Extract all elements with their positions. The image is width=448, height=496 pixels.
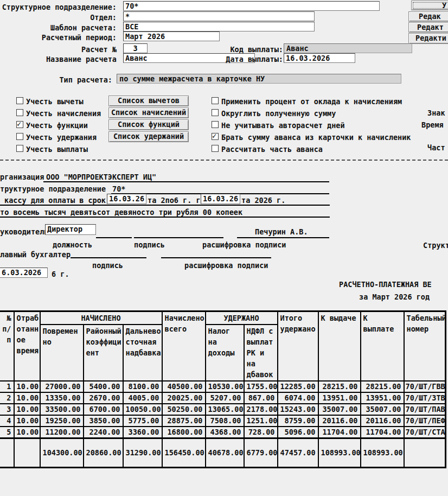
- doc-date-input[interactable]: 6.03.2026: [0, 268, 48, 278]
- table-cell: 108993.00: [361, 438, 404, 468]
- table-cell: 156450.00: [162, 438, 206, 468]
- table-body: 110.0027000.005400.008100.0040500.001053…: [0, 381, 446, 468]
- pay-code-field: Аванс: [284, 43, 412, 53]
- option-label: Учесть вычеты: [26, 97, 84, 106]
- caption-sign-decode: расшифровка подписи: [202, 240, 286, 249]
- table-cell: 50250.00: [162, 404, 206, 415]
- date-from-input[interactable]: 16.03.26: [107, 194, 146, 204]
- template-label: Шаблон расчета:: [0, 23, 117, 32]
- checkbox-chast-avansa[interactable]: [212, 145, 219, 152]
- caption-sign-decode-2: расшифровка подписи: [184, 261, 268, 270]
- edit-button-2[interactable]: Редак: [408, 11, 448, 22]
- table-cell: 19250.00: [40, 415, 84, 427]
- col-header-fareast-bonus: Дальнево сточная надбавка: [123, 325, 162, 381]
- table-cell: 70/ШТ/ПАВ: [404, 404, 446, 415]
- table-cell: 1755.00: [244, 381, 278, 392]
- list-nachisleniya-button[interactable]: Список начислений: [108, 107, 189, 118]
- list-uderzhaniya-button[interactable]: Список удержаний: [108, 131, 189, 142]
- table-cell: 6779.00: [244, 438, 278, 468]
- table-cell: 70/ШТ/ГВВ: [404, 381, 446, 392]
- table-cell: 28875.00: [162, 415, 206, 427]
- date-to-input[interactable]: 16.03.26: [201, 194, 240, 204]
- accountant-label: лавный бухгалтер: [0, 250, 71, 259]
- underline: [43, 181, 329, 182]
- caption-sign: подпись: [134, 240, 165, 249]
- payroll-calc-window: Структурное подразделение: 70* Отдел: * …: [0, 0, 448, 496]
- edge-label-znak: Знак: [427, 109, 445, 117]
- table-cell: 10.00: [14, 404, 40, 415]
- table-cell: 35007.00: [318, 404, 361, 415]
- option-label: Округлить полученную сумму: [221, 109, 336, 118]
- table-cell: 13065.00: [206, 404, 244, 415]
- table-cell: 40500.00: [162, 381, 206, 392]
- pay-date-label: Дата выплаты:: [179, 55, 283, 63]
- table-cell: 10.00: [14, 381, 40, 392]
- table-cell: 2240.00: [84, 427, 123, 438]
- checkbox-uchest-uderzhaniya[interactable]: [16, 133, 23, 140]
- period-input[interactable]: Март 2026: [123, 31, 220, 41]
- underline: [237, 237, 329, 238]
- list-funkcii-button[interactable]: Список функций: [108, 119, 189, 130]
- table-cell: 4368.00: [206, 427, 244, 438]
- edge-label-chast: Част: [427, 143, 445, 152]
- table-cell: 70/ШТ/ПЕФ: [404, 415, 446, 427]
- head-label: уководитель: [0, 227, 48, 236]
- option-label: Не учитывать авторасчет дней: [221, 121, 345, 130]
- list-vychety-button[interactable]: Список вычетов: [108, 96, 189, 106]
- table-cell: 31290.00: [123, 438, 162, 468]
- table-cell: 10.00: [14, 415, 40, 427]
- pay-code-label: Код выплаты:: [179, 45, 283, 54]
- org-value: ООО "МОРПРОЕКТЭКСПЕРТ ИЦ": [46, 173, 156, 181]
- table-cell: 13350.00: [40, 392, 84, 404]
- pay-date-input[interactable]: 16.03.2026: [284, 53, 355, 63]
- table-cell: [0, 438, 14, 468]
- checkbox-summa-avansa[interactable]: [212, 133, 219, 140]
- col-header-accrued-total: Начислено всего: [162, 311, 206, 381]
- edit-button-4[interactable]: Редакти: [408, 33, 448, 44]
- table-cell: 5207.00: [206, 392, 244, 404]
- template-input[interactable]: ВСЕ: [123, 22, 315, 31]
- underline: [161, 257, 271, 258]
- checkbox-okruglit[interactable]: [212, 109, 219, 116]
- checkbox-uchest-funkcii[interactable]: [16, 121, 23, 128]
- table-cell: [14, 438, 40, 468]
- table-cell: 4: [0, 415, 14, 427]
- table-cell: 5096.00: [278, 427, 318, 438]
- payroll-table: № п/п Отраб отанн ое время НАЧИСЛЕНО Нач…: [0, 310, 446, 468]
- col-header-num: № п/п: [0, 311, 14, 381]
- table-cell: 7508.00: [206, 415, 244, 427]
- struct-unit-input[interactable]: 70*: [123, 1, 380, 11]
- head-position-input[interactable]: Директор: [45, 224, 96, 235]
- checkbox-uchest-vyplaty[interactable]: [16, 145, 23, 152]
- group-header-withheld: УДЕРЖАНО: [206, 311, 278, 325]
- table-cell: 20116.00: [361, 415, 404, 427]
- calc-no-label: Расчет №: [0, 45, 117, 54]
- date-between-text: та 2по6 г. г: [148, 196, 201, 205]
- checkbox-uchest-nachisleniya[interactable]: [16, 109, 23, 116]
- table-cell: 5: [0, 427, 14, 438]
- table-cell: 3360.00: [123, 427, 162, 438]
- edit-button-3[interactable]: Редакт: [408, 22, 448, 33]
- checkbox-uchest-vychety[interactable]: [16, 97, 23, 104]
- checkbox-percent-oklad[interactable]: [212, 97, 219, 104]
- underline: [71, 257, 146, 258]
- option-label: Применить процент от оклада к начисления…: [221, 97, 402, 106]
- edit-button-1[interactable]: У: [411, 1, 448, 10]
- table-cell: 6074.00: [278, 392, 318, 404]
- caption-sign-2: подпись: [92, 261, 123, 270]
- col-header-region-coef: Районный коэффици ент: [84, 325, 123, 381]
- table-cell: 11200.00: [40, 427, 84, 438]
- checkbox-avtoraschet[interactable]: [212, 121, 219, 128]
- table-cell: 6700.00: [84, 404, 123, 415]
- table-cell: 15243.00: [278, 404, 318, 415]
- calc-no-input[interactable]: 3: [123, 43, 148, 53]
- dept-input[interactable]: *: [123, 11, 315, 21]
- underline: [0, 217, 330, 218]
- calc-type-label: Тип расчета:: [0, 75, 112, 84]
- calc-name-label: Название расчета: [0, 55, 117, 63]
- table-cell: 104300.00: [40, 438, 84, 468]
- table-cell: 10.00: [14, 392, 40, 404]
- doc-date-suffix: 6 г.: [52, 270, 69, 278]
- table-row: 210.0013350.002670.004005.0020025.005207…: [0, 392, 446, 404]
- table-cell: 27000.00: [40, 381, 84, 392]
